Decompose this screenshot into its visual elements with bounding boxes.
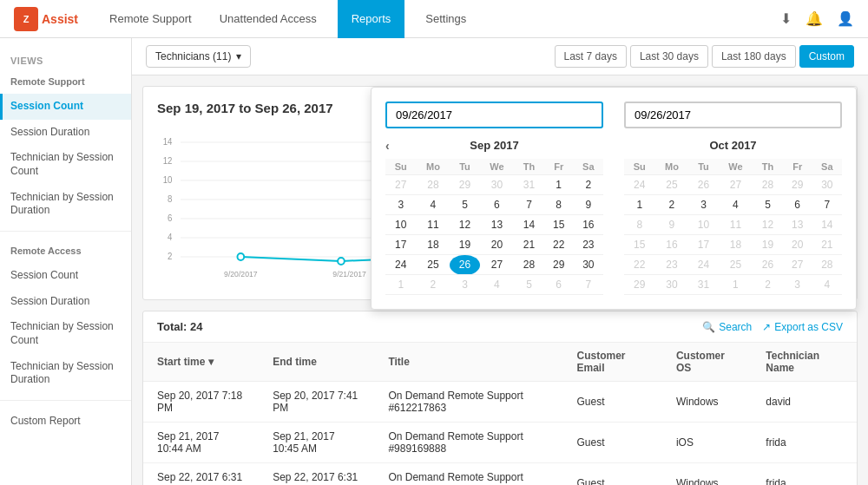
calendar-day: 30 [654,275,688,295]
calendar-day[interactable]: 7 [574,275,603,295]
calendar-day[interactable]: 10 [385,215,416,235]
export-csv-button[interactable]: ↗ Export as CSV [762,321,843,333]
calendar-day[interactable]: 9 [574,195,603,215]
calendar-day[interactable]: 7 [514,195,543,215]
calendar-day[interactable]: 31 [514,175,543,195]
calendar-day[interactable]: 21 [514,235,543,255]
calendar-day[interactable]: 2 [654,195,688,215]
calendar-day[interactable]: 7 [812,195,842,215]
calendar-day[interactable]: 16 [574,215,603,235]
calendar-day[interactable]: 27 [385,175,416,195]
calendar-day: 9 [654,215,688,235]
calendar-day[interactable]: 8 [544,195,574,215]
calendar-day[interactable]: 14 [514,215,543,235]
col-start-time[interactable]: Start time ▾ [143,343,259,382]
calendar-day[interactable]: 5 [514,275,543,295]
calendar-day[interactable]: 6 [480,195,515,215]
last7-button[interactable]: Last 7 days [555,45,627,68]
calendar-day[interactable]: 1 [385,275,416,295]
svg-point-15 [338,258,345,265]
calendar-day[interactable]: 6 [544,275,574,295]
sidebar-custom-report[interactable]: Custom Report [0,408,131,434]
calendar-day[interactable]: 22 [544,235,574,255]
sidebar-item-ra-session-duration[interactable]: Session Duration [0,289,131,315]
calendar-day[interactable]: 6 [783,195,812,215]
custom-button[interactable]: Custom [799,45,854,68]
calendar-day[interactable]: 26 [450,255,479,275]
calendar-day[interactable]: 4 [416,195,450,215]
calendar-day[interactable]: 4 [480,275,515,295]
account-icon[interactable]: 👤 [837,10,854,27]
calendar-day[interactable]: 27 [480,255,515,275]
calendar-day[interactable]: 17 [385,235,416,255]
table-cell-email: Guest [563,463,662,486]
calendar-day[interactable]: 11 [416,215,450,235]
calendar-day: 29 [624,275,654,295]
col-customer-os: Customer OS [662,343,752,382]
calendar-day[interactable]: 1 [544,175,574,195]
svg-text:2: 2 [168,252,172,261]
sidebar-item-ra-tech-session-duration[interactable]: Technician by Session Duration [0,354,131,393]
svg-text:14: 14 [163,137,173,147]
sidebar-item-ra-session-count[interactable]: Session Count [0,263,131,289]
calendar-day: 14 [812,215,842,235]
sidebar-item-session-count[interactable]: Session Count [0,94,131,120]
nav-remote-support[interactable]: Remote Support [106,0,195,38]
calendar-day: 29 [783,175,812,195]
calendar-day[interactable]: 15 [544,215,574,235]
nav-unattended-access[interactable]: Unattended Access [216,0,320,38]
start-date-input[interactable] [385,102,603,128]
calendar-day[interactable]: 19 [450,235,479,255]
calendar-day[interactable]: 29 [450,175,479,195]
calendar-day[interactable]: 3 [385,195,416,215]
last180-button[interactable]: Last 180 days [712,45,796,68]
calendar-day[interactable]: 3 [688,195,718,215]
end-date-input[interactable] [624,102,842,128]
download-icon[interactable]: ⬇ [780,10,792,27]
calendar-day[interactable]: 25 [416,255,450,275]
right-month-label: Oct 2017 [709,139,756,152]
last30-button[interactable]: Last 30 days [630,45,708,68]
col-tech-name: Technician Name [752,343,857,382]
nav-reports[interactable]: Reports [338,0,405,38]
logo-text: Assist [42,12,78,26]
calendar-day[interactable]: 1 [624,195,654,215]
app-logo: Z Assist [14,7,78,31]
calendar-day[interactable]: 28 [416,175,450,195]
calendar-day[interactable]: 5 [450,195,479,215]
calendar-day[interactable]: 20 [480,235,515,255]
calendar-day[interactable]: 23 [574,235,603,255]
sidebar-divider [0,231,131,232]
calendar-day[interactable]: 4 [719,195,753,215]
prev-month-icon[interactable]: ‹ [385,139,390,153]
table-row: Sep 22, 2017 6:31 PMSep 22, 2017 6:31 PM… [143,463,857,486]
day-header-su: Su [624,159,654,175]
sidebar-item-session-duration[interactable]: Session Duration [0,120,131,146]
calendar-day: 25 [654,175,688,195]
left-calendar-header: ‹ Sep 2017 [385,139,603,152]
calendar-day[interactable]: 5 [753,195,782,215]
svg-text:4: 4 [168,233,173,242]
notification-icon[interactable]: 🔔 [806,10,823,27]
calendar-day[interactable]: 3 [450,275,479,295]
search-button[interactable]: 🔍 Search [702,321,752,333]
calendar-day[interactable]: 13 [480,215,515,235]
calendar-day[interactable]: 29 [544,255,574,275]
calendar-day[interactable]: 24 [385,255,416,275]
calendar-day[interactable]: 30 [480,175,515,195]
calendar-day[interactable]: 28 [514,255,543,275]
calendar-day[interactable]: 30 [574,255,603,275]
technician-select[interactable]: Technicians (11) ▾ [146,45,251,68]
sidebar-item-tech-session-duration[interactable]: Technician by Session Duration [0,185,131,224]
sidebar-item-ra-tech-session-count[interactable]: Technician by Session Count [0,314,131,353]
chart-section: Sep 19, 2017 to Sep 26, 2017 14 12 10 8 … [142,86,858,300]
sidebar-item-tech-session-count[interactable]: Technician by Session Count [0,145,131,184]
day-header-tu: Tu [450,159,479,175]
calendar-day[interactable]: 2 [574,175,603,195]
calendar-day[interactable]: 18 [416,235,450,255]
calendar-day[interactable]: 12 [450,215,479,235]
nav-settings[interactable]: Settings [422,0,470,38]
right-calendar-header: Oct 2017 [624,139,842,152]
calendar-day[interactable]: 2 [416,275,450,295]
calendar-day: 23 [654,255,688,275]
